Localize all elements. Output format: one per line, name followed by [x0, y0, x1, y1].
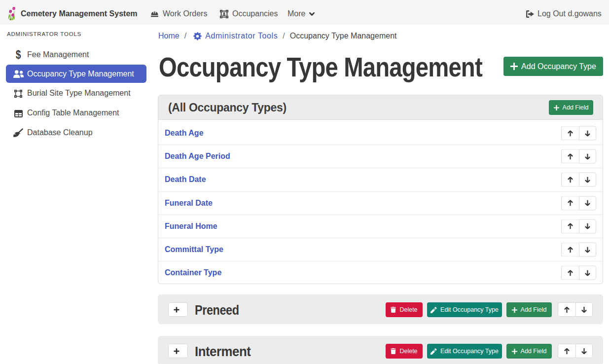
svg-text:$: $: [16, 50, 21, 60]
